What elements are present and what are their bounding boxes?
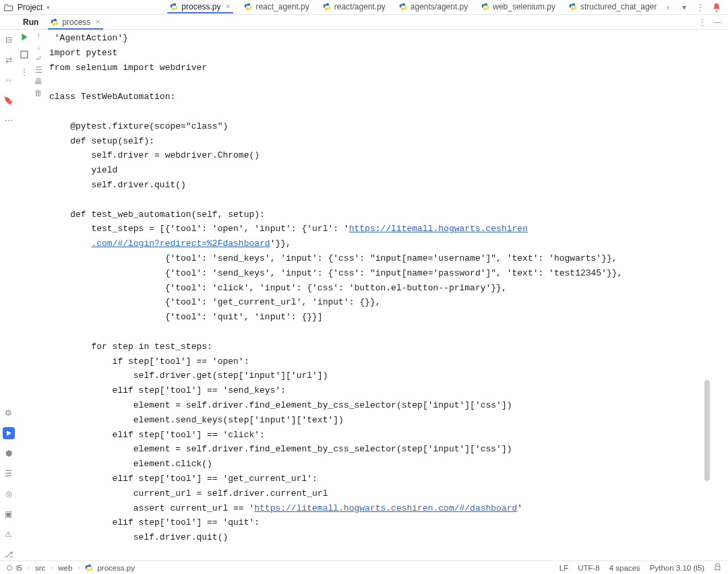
url-link[interactable]: https://litemall.hogwarts.ceshiren [349, 224, 528, 234]
close-icon[interactable]: ✕ [95, 18, 100, 26]
editor: ↑ ↓ ⤶ ☰ 🖶 🗑 'AgentAction'} import pytest… [32, 30, 711, 561]
breadcrumb-item[interactable]: src [35, 564, 45, 572]
python-icon [323, 3, 331, 11]
python-icon [170, 3, 178, 11]
breadcrumb-root[interactable]: l5 [16, 564, 22, 572]
project-tool-button[interactable]: Project ▾ [0, 0, 55, 14]
kebab-icon[interactable]: ⋮ [20, 67, 28, 77]
tab-label: react_agent.py [255, 2, 309, 11]
rerun-icon[interactable] [20, 32, 29, 44]
scrollbar-thumb[interactable] [704, 380, 710, 481]
bell-icon[interactable] [712, 3, 721, 12]
source-code[interactable]: 'AgentAction'} import pytest from seleni… [45, 30, 711, 549]
tab-label: structured_chat_agent.py [580, 2, 657, 11]
diff-icon[interactable]: ⇄ [3, 54, 15, 66]
line-separator-widget[interactable]: LF [559, 564, 568, 572]
vcs-icon[interactable]: ⎇ [3, 548, 15, 561]
more-icon[interactable]: ⋯ [3, 115, 15, 127]
kebab-icon[interactable]: ⋮ [696, 3, 705, 12]
run-button[interactable] [3, 427, 15, 439]
indent-widget[interactable]: 4 spaces [609, 564, 640, 572]
print-icon[interactable]: 🖶 [34, 77, 43, 86]
terminal-icon[interactable]: ▣ [3, 508, 15, 520]
breadcrumb-item[interactable]: process.py [97, 564, 135, 572]
tab-web-selenium[interactable]: web_selenium.py [475, 0, 562, 14]
encoding-widget[interactable]: UTF-8 [578, 564, 600, 572]
python-icon [51, 18, 59, 26]
breadcrumb-item[interactable]: web [58, 564, 72, 572]
services-icon[interactable]: ☰ [3, 468, 15, 480]
run-gutter: ⋮ [17, 30, 32, 561]
stop-icon[interactable] [20, 51, 28, 61]
topbar-right: ‹ ▾ ⋮ [657, 0, 728, 14]
build-icon[interactable]: ⚙ [3, 407, 15, 419]
tab-react-slash-agent[interactable]: react/agent.py [316, 0, 392, 14]
left-tool-strip: ⊟ ⇄ ◦◦ 🔖 ⋯ ⚙ ⬢ ☰ ◎ ▣ ⚠ ⎇ [0, 30, 17, 561]
kebab-icon[interactable]: ⋮ [698, 18, 706, 27]
chevron-left-icon[interactable]: ‹ [663, 3, 673, 12]
right-tool-strip [711, 30, 728, 561]
python-icon [569, 3, 577, 11]
minimize-icon[interactable]: — [713, 18, 721, 27]
python-icon [85, 564, 93, 572]
run-config-tab[interactable]: process ✕ [45, 15, 106, 29]
python-icon [481, 3, 489, 11]
run-config-label: process [62, 18, 90, 27]
tab-structured-chat-agent[interactable]: structured_chat_agent.py [562, 0, 657, 14]
python-icon [244, 3, 252, 11]
trash-icon[interactable]: 🗑 [34, 88, 43, 98]
interpreter-widget[interactable]: Python 3.10 (l5) [650, 564, 704, 572]
tab-label: process.py [181, 2, 220, 11]
folder-icon [4, 3, 13, 12]
bookmark-icon[interactable]: 🔖 [3, 94, 15, 106]
tab-label: agents/agent.py [411, 2, 468, 11]
commits-icon[interactable]: ◦◦ [3, 74, 15, 86]
url-link[interactable]: https://litemall.hogwarts.ceshiren.com/#… [254, 503, 517, 513]
topbar: Project ▾ process.py ✕ react_agent.py re… [0, 0, 728, 15]
run-label: Run [23, 18, 38, 27]
run-subbar: Run process ✕ ⋮ — [0, 15, 728, 30]
down-arrow-icon[interactable]: ↓ [34, 42, 43, 52]
up-arrow-icon[interactable]: ↑ [34, 31, 43, 40]
python-icon [399, 3, 407, 11]
chevron-down-icon[interactable]: ▾ [679, 3, 689, 12]
wrap-icon[interactable]: ⤶ [34, 54, 43, 63]
url-link[interactable]: .com/#/login?redirect=%2Fdashboard [91, 238, 270, 249]
svg-rect-0 [21, 51, 28, 58]
editor-gutter: ↑ ↓ ⤶ ☰ 🖶 🗑 [32, 30, 45, 561]
soft-wrap-icon[interactable]: ☰ [34, 65, 43, 75]
status-indicator-icon [7, 565, 12, 571]
tab-label: react/agent.py [334, 2, 386, 11]
problems-icon[interactable]: ⚠ [3, 528, 15, 540]
lock-icon[interactable] [714, 563, 721, 572]
tab-label: web_selenium.py [493, 2, 555, 11]
close-icon[interactable]: ✕ [225, 3, 231, 10]
tab-process[interactable]: process.py ✕ [163, 0, 237, 14]
status-bar: l5 › src › web › process.py LF UTF-8 4 s… [0, 561, 728, 574]
project-label: Project [18, 3, 42, 12]
structure-icon[interactable]: ⊟ [3, 34, 15, 46]
python-packages-icon[interactable]: ⬢ [3, 447, 15, 459]
chevron-down-icon: ▾ [47, 4, 50, 11]
editor-tabs: process.py ✕ react_agent.py react/agent.… [55, 0, 657, 14]
tab-react-agent[interactable]: react_agent.py [237, 0, 315, 14]
debug-icon[interactable]: ◎ [3, 488, 15, 500]
tab-agents-agent[interactable]: agents/agent.py [392, 0, 475, 14]
